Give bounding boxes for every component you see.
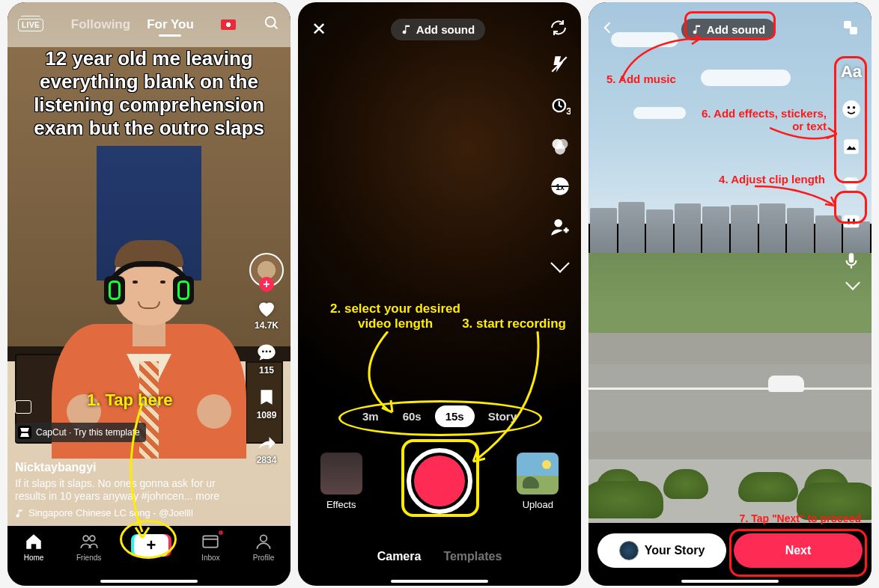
share-icon[interactable]: [255, 431, 278, 453]
add-sound-button[interactable]: Add sound: [391, 19, 485, 40]
flip-camera-icon[interactable]: [550, 19, 568, 40]
road: [588, 364, 872, 432]
tab-for-you[interactable]: For You: [147, 17, 194, 32]
your-story-button[interactable]: Your Story: [597, 533, 726, 568]
creator-avatar[interactable]: [249, 253, 284, 287]
comment-icon[interactable]: [255, 341, 278, 364]
capcut-template-link[interactable]: CapCut · Try this template: [15, 423, 146, 442]
text-tool-icon[interactable]: Aa: [840, 61, 863, 83]
filters-tool-icon[interactable]: [840, 173, 863, 195]
svg-point-5: [83, 536, 88, 541]
mode-templates[interactable]: Templates: [443, 550, 502, 563]
home-icon: [24, 532, 43, 551]
duration-selector[interactable]: 3m 60s 15s Story: [352, 405, 527, 427]
sound-title: Singapore Chinese LC song - @Joellll: [28, 507, 193, 518]
adjust-clips-icon[interactable]: [840, 210, 863, 233]
music-note-icon: [401, 24, 412, 34]
add-sound-button[interactable]: Add sound: [681, 19, 776, 40]
tab-following[interactable]: Following: [71, 17, 130, 32]
save-count: 1089: [257, 410, 277, 420]
car: [768, 376, 804, 392]
home-indicator: [100, 580, 198, 583]
tab-inbox-label: Inbox: [201, 554, 219, 562]
svg-rect-28: [845, 216, 859, 227]
svg-text:1x: 1x: [556, 183, 565, 192]
sound-marquee[interactable]: Singapore Chinese LC song - @Joellll: [15, 507, 246, 518]
capcut-label: CapCut · Try this template: [36, 427, 140, 438]
svg-text:3: 3: [566, 105, 571, 116]
annotation-arrow-3: [463, 331, 553, 466]
record-screen: ✕ Add sound 3 1x 3m 60s 15s Story Effect…: [298, 2, 581, 586]
camera-tools-rail: 3 1x: [550, 55, 571, 270]
search-icon[interactable]: [264, 15, 280, 34]
add-sound-label: Add sound: [707, 23, 765, 36]
beautify-icon[interactable]: 1x: [550, 176, 571, 197]
story-avatar: [619, 541, 639, 560]
invite-icon[interactable]: [550, 216, 571, 237]
effects-button[interactable]: Effects: [320, 453, 362, 510]
record-button[interactable]: [407, 448, 472, 514]
tab-home[interactable]: Home: [24, 532, 44, 562]
duration-3m[interactable]: 3m: [352, 405, 389, 427]
duration-story[interactable]: Story: [478, 405, 527, 427]
svg-point-21: [842, 100, 860, 117]
tab-create[interactable]: +: [134, 532, 168, 557]
stickers-tool-icon[interactable]: [840, 98, 863, 120]
svg-point-6: [89, 536, 94, 541]
creator-username[interactable]: Nicktaybangyi: [15, 461, 246, 474]
effects-label: Effects: [326, 499, 356, 510]
next-button[interactable]: Next: [734, 533, 863, 568]
video-description[interactable]: If it slaps it slaps. No ones gonna ask …: [15, 477, 246, 503]
tab-profile[interactable]: Profile: [253, 532, 274, 562]
your-story-label: Your Story: [645, 544, 705, 557]
edit-tools-rail: Aa: [840, 61, 863, 233]
home-indicator: [681, 580, 779, 583]
svg-line-1: [274, 25, 278, 29]
svg-point-15: [555, 144, 565, 155]
tab-inbox[interactable]: Inbox: [201, 532, 220, 562]
music-note-icon: [15, 509, 24, 518]
filters-icon[interactable]: [550, 135, 571, 156]
svg-point-3: [266, 350, 268, 352]
mode-camera[interactable]: Camera: [377, 550, 422, 563]
live-button[interactable]: LIVE: [18, 19, 43, 31]
upload-thumbnail: [517, 453, 559, 494]
create-button[interactable]: +: [134, 534, 168, 557]
subtitle-icon[interactable]: [15, 400, 31, 414]
friends-icon: [79, 532, 99, 551]
svg-point-0: [266, 17, 276, 27]
svg-point-22: [848, 106, 851, 109]
voiceover-icon[interactable]: [842, 251, 861, 270]
plus-icon: +: [146, 537, 156, 554]
tab-home-label: Home: [24, 554, 44, 562]
svg-rect-7: [204, 536, 219, 547]
expand-tools-icon[interactable]: [550, 254, 569, 272]
tab-friends[interactable]: Friends: [76, 532, 101, 562]
duration-60s[interactable]: 60s: [392, 405, 432, 427]
stickers-top-icon[interactable]: [842, 19, 860, 40]
save-icon[interactable]: [255, 386, 278, 408]
feed-topbar: LIVE Following For You: [7, 8, 291, 41]
action-rail: 14.7K 115 1089 2834: [249, 253, 285, 465]
svg-rect-24: [844, 139, 859, 154]
video-caption-overlay: 12 year old me leaving everything blank …: [15, 47, 283, 140]
record-topbar: ✕ Add sound: [298, 14, 581, 44]
timer-icon[interactable]: 3: [550, 95, 571, 116]
effects-tool-icon[interactable]: [840, 135, 863, 158]
bottom-tabbar: Home Friends + Inbox Profile: [7, 526, 291, 586]
upload-button[interactable]: Upload: [517, 453, 559, 510]
annotation-arrow-2: [343, 331, 433, 414]
svg-point-2: [262, 350, 264, 352]
close-icon[interactable]: ✕: [311, 19, 326, 40]
duration-15s[interactable]: 15s: [435, 405, 475, 427]
lane-marking: [588, 388, 872, 390]
like-icon[interactable]: [255, 298, 278, 319]
music-note-icon: [692, 24, 702, 34]
back-icon[interactable]: [600, 20, 615, 38]
home-indicator: [391, 580, 488, 583]
skyline: [588, 200, 872, 253]
tab-friends-label: Friends: [76, 554, 101, 562]
svg-point-23: [853, 106, 856, 109]
flash-icon[interactable]: [550, 55, 571, 76]
inbox-notification-dot: [219, 530, 223, 535]
